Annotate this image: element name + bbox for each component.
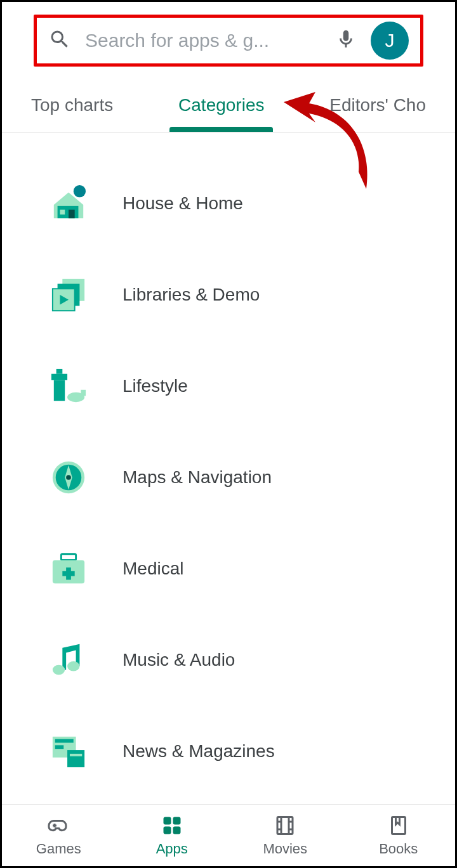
category-maps-navigation[interactable]: Maps & Navigation (2, 432, 455, 523)
category-list[interactable]: House & Home Libraries & Demo (2, 133, 455, 804)
svg-rect-28 (70, 754, 82, 756)
category-label: Medical (123, 559, 183, 579)
category-label: House & Home (123, 193, 243, 214)
svg-rect-32 (173, 826, 180, 834)
svg-rect-25 (55, 739, 74, 743)
music-icon (50, 642, 87, 678)
apps-icon (161, 814, 183, 837)
svg-point-0 (74, 185, 86, 197)
nav-label: Apps (156, 841, 188, 857)
svg-point-22 (53, 665, 65, 675)
nav-books[interactable]: Books (342, 805, 456, 866)
svg-rect-29 (163, 817, 171, 824)
category-medical[interactable]: Medical (2, 523, 455, 614)
svg-rect-26 (55, 745, 64, 749)
svg-point-17 (66, 475, 71, 480)
nav-label: Games (36, 841, 81, 857)
svg-rect-30 (173, 817, 180, 824)
category-label: News & Magazines (123, 741, 275, 761)
bottom-nav: Games Apps Movies Books (2, 804, 455, 866)
gamepad-icon (47, 814, 70, 837)
search-icon (48, 28, 71, 53)
tab-editors-choice[interactable]: Editors' Cho (314, 78, 441, 132)
nav-label: Books (379, 841, 418, 857)
category-libraries-demo[interactable]: Libraries & Demo (2, 249, 455, 340)
svg-rect-3 (69, 210, 75, 219)
category-label: Maps & Navigation (123, 467, 272, 488)
svg-rect-21 (62, 571, 74, 576)
search-bar-container: Search for apps & g... J (2, 2, 455, 78)
svg-rect-10 (51, 374, 67, 380)
house-icon (50, 185, 87, 222)
tabs-row: Top charts Categories Editors' Cho (2, 78, 455, 133)
svg-rect-31 (163, 826, 171, 834)
search-placeholder: Search for apps & g... (85, 30, 321, 51)
svg-point-23 (67, 661, 79, 671)
svg-rect-11 (56, 369, 63, 374)
category-music-audio[interactable]: Music & Audio (2, 614, 455, 706)
tab-categories[interactable]: Categories (163, 78, 279, 132)
category-label: Music & Audio (123, 650, 235, 670)
play-store-screen: Search for apps & g... J Top charts Cate… (0, 0, 457, 868)
avatar[interactable]: J (371, 22, 409, 60)
lifestyle-icon (50, 368, 87, 405)
category-lifestyle[interactable]: Lifestyle (2, 340, 455, 432)
svg-rect-33 (277, 817, 293, 834)
libraries-icon (50, 276, 87, 313)
movies-icon (274, 814, 296, 837)
svg-rect-4 (60, 210, 65, 215)
search-bar[interactable]: Search for apps & g... J (34, 15, 423, 67)
svg-rect-13 (81, 390, 86, 396)
svg-rect-9 (54, 380, 65, 401)
news-icon (50, 733, 87, 770)
svg-rect-18 (61, 554, 76, 560)
nav-games[interactable]: Games (2, 805, 116, 866)
category-label: Lifestyle (123, 376, 188, 396)
mic-icon[interactable] (335, 29, 357, 53)
tab-top-charts[interactable]: Top charts (16, 78, 128, 132)
nav-movies[interactable]: Movies (228, 805, 342, 866)
svg-rect-27 (67, 750, 84, 767)
category-house-home[interactable]: House & Home (2, 158, 455, 249)
compass-icon (50, 459, 87, 496)
nav-label: Movies (263, 841, 307, 857)
books-icon (387, 814, 410, 837)
medical-icon (50, 550, 87, 587)
category-label: Libraries & Demo (123, 285, 260, 305)
category-news-magazines[interactable]: News & Magazines (2, 706, 455, 797)
nav-apps[interactable]: Apps (116, 805, 229, 866)
